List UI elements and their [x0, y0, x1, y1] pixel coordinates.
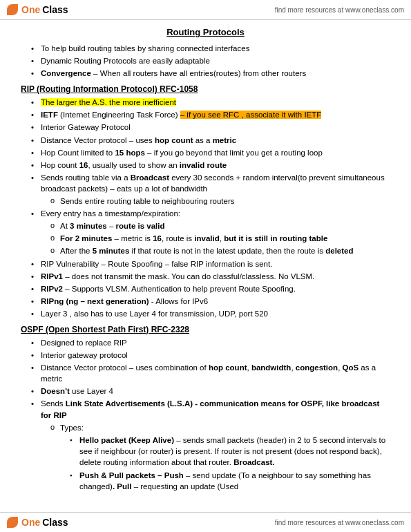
list-item: Convergence – When all routers have all … [31, 68, 390, 79]
sub-sub-list: Hello packet (Keep Alive) – sends small … [60, 435, 390, 492]
footer-logo-class: Class [42, 517, 68, 528]
footer-logo-leaf-icon [7, 517, 18, 528]
sub-list-item: Sends entire routing table to neighbouri… [50, 196, 390, 207]
footer-logo-one: One [21, 517, 40, 528]
list-item: Dynamic Routing Protocols are easily ada… [31, 55, 390, 66]
ospf-section-title: OSPF (Open Shortest Path First) RFC-2328 [21, 325, 390, 334]
list-item: Hop count 16, usually used to show an in… [31, 160, 390, 171]
logo-leaf-icon [7, 4, 18, 15]
list-item: RIPv1 – does not transmit the mask. You … [31, 271, 390, 282]
sub-sub-list-item: Push & Pull packets – Push – send update… [70, 470, 390, 492]
sub-list-item: For 2 minutes – metric is 16, route is i… [50, 233, 390, 244]
list-item: Hop Count limited to 15 hops – if you go… [31, 147, 390, 158]
logo: OneClass [7, 4, 68, 15]
header: OneClass find more resources at www.onec… [0, 0, 411, 20]
list-item: Doesn't use Layer 4 [31, 386, 390, 397]
list-item: RIPng (ng – next generation) - Allows fo… [31, 296, 390, 307]
list-item: RIPv2 – Supports VLSM. Authentication to… [31, 283, 390, 294]
main-content: Routing Protocols To help build routing … [0, 20, 411, 504]
footer-logo: OneClass [7, 517, 68, 528]
list-item: Layer 3 , also has to use Layer 4 for tr… [31, 308, 390, 319]
sub-list-item: After the 5 minutes if that route is not… [50, 245, 390, 256]
list-item: The larger the A.S. the more inefficient [31, 97, 390, 108]
list-item: To help build routing tables by sharing … [31, 43, 390, 54]
sub-list: At 3 minutes – route is valid For 2 minu… [41, 220, 390, 256]
sub-sub-list-item: Hello packet (Keep Alive) – sends small … [70, 435, 390, 468]
sub-list: Types: Hello packet (Keep Alive) – sends… [41, 422, 390, 493]
list-item: IETF (Internet Engineering Task Force) –… [31, 109, 390, 120]
footer: OneClass find more resources at www.onec… [0, 512, 411, 532]
list-item: RIP Vulnerability – Route Spoofing – fal… [31, 258, 390, 269]
list-item: Interior gateway protocol [31, 350, 390, 361]
list-item: Distance Vector protocol – uses combinat… [31, 362, 390, 384]
list-item: Sends Link State Advertisements (L.S.A) … [31, 398, 390, 492]
sub-list: Sends entire routing table to neighbouri… [41, 196, 390, 207]
list-item: Every entry has a timestamp/expiration: … [31, 208, 390, 256]
header-url: find more resources at www.oneclass.com [275, 6, 404, 14]
ietf-highlight: – if you see RFC , associate it with IET… [180, 111, 322, 119]
rip-list: The larger the A.S. the more inefficient… [21, 97, 390, 319]
intro-list: To help build routing tables by sharing … [21, 43, 390, 79]
logo-one: One [21, 4, 40, 15]
ospf-list: Designed to replace RIP Interior gateway… [21, 337, 390, 492]
list-item: Distance Vector protocol – uses hop coun… [31, 135, 390, 146]
page-title: Routing Protocols [21, 27, 390, 37]
list-item: Interior Gateway Protocol [31, 122, 390, 133]
sub-list-item: Types: Hello packet (Keep Alive) – sends… [50, 422, 390, 493]
sub-list-item: At 3 minutes – route is valid [50, 220, 390, 231]
list-item: Designed to replace RIP [31, 337, 390, 348]
footer-url: find more resources at www.oneclass.com [275, 519, 404, 526]
highlight-text: The larger the A.S. the more inefficient [41, 98, 176, 106]
rip-section-title: RIP (Routing Information Protocol) RFC-1… [21, 84, 390, 94]
list-item: Sends routing table via a Broadcast ever… [31, 172, 390, 207]
logo-class: Class [42, 4, 68, 15]
